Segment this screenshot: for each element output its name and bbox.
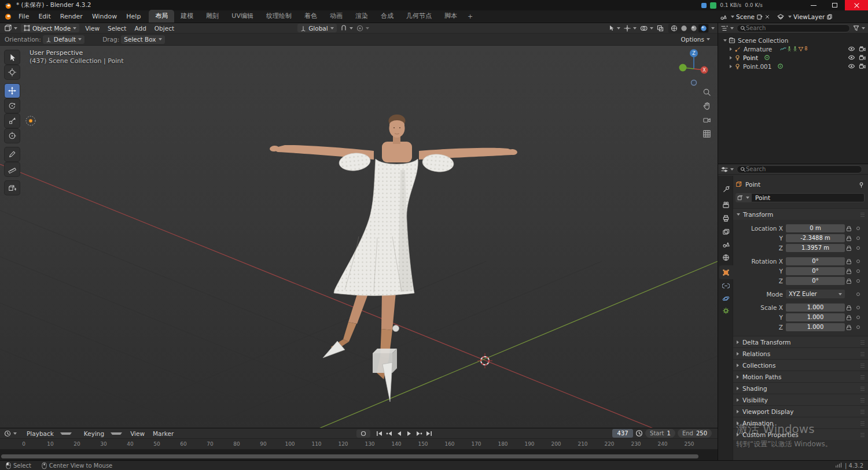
horizontal-scrollbar[interactable] [1, 454, 698, 458]
unlink-scene-icon[interactable] [764, 14, 770, 20]
menu-object[interactable]: Object [150, 25, 178, 32]
panel-grip-icon[interactable] [860, 362, 865, 368]
menu-marker[interactable]: Marker [149, 430, 178, 437]
panel-motion-paths[interactable]: Motion Paths [733, 371, 868, 382]
new-viewlayer-icon[interactable] [826, 14, 833, 20]
hide-eye-icon[interactable] [848, 63, 855, 69]
viewport-canvas[interactable]: User Perspective (437) Scene Collection … [0, 46, 718, 428]
tool-measure[interactable] [5, 162, 20, 176]
hide-eye-icon[interactable] [848, 46, 855, 52]
tool-move[interactable] [5, 84, 20, 98]
panel-grip-icon[interactable] [860, 409, 865, 414]
tool-cursor[interactable] [5, 65, 20, 79]
outliner-item-armature[interactable]: Armature 8 [718, 45, 868, 53]
animate-dot-icon[interactable] [856, 227, 860, 230]
outliner-item-scene-collection[interactable]: Scene Collection [718, 36, 868, 45]
scene-name[interactable]: Scene [736, 13, 755, 20]
shading-chevron-icon[interactable] [711, 27, 715, 29]
panel-visibility[interactable]: Visibility [733, 394, 868, 405]
tab-view-layer[interactable] [721, 227, 730, 236]
zoom-button[interactable] [701, 87, 712, 97]
current-frame-field[interactable]: 437 [612, 429, 633, 438]
timeline-editor-button[interactable] [2, 430, 19, 437]
panel-shading[interactable]: Shading [733, 382, 868, 394]
close-button[interactable] [845, 0, 868, 10]
menu-help[interactable]: Help [122, 13, 145, 20]
orientation-dropdown[interactable]: Default [43, 35, 84, 44]
tab-constraints[interactable] [721, 281, 730, 290]
tool-annotate[interactable] [5, 147, 20, 161]
next-keyframe-button[interactable] [414, 430, 424, 438]
prev-keyframe-button[interactable] [385, 430, 395, 438]
tab-texture-paint[interactable]: 纹理绘制 [260, 10, 298, 23]
expand-arrow-icon[interactable] [730, 65, 732, 68]
gizmo-y-axis[interactable] [679, 64, 687, 72]
gizmo-minus-z-axis[interactable] [692, 80, 697, 86]
breadcrumb-object-name[interactable]: Point [745, 181, 760, 188]
overlays-toggle[interactable] [638, 25, 655, 32]
tab-scene[interactable] [721, 239, 730, 249]
properties-editor-chevron-icon[interactable] [730, 168, 734, 171]
outliner-item-point[interactable]: Point [718, 53, 868, 62]
animate-dot-icon[interactable] [856, 246, 860, 250]
lock-icon[interactable] [847, 307, 851, 310]
light-object-point[interactable] [26, 116, 35, 125]
options-button[interactable]: Options [679, 36, 712, 43]
tray-app-icon[interactable] [701, 3, 707, 8]
tab-rendering[interactable]: 渲染 [349, 10, 374, 23]
hide-eye-icon[interactable] [848, 54, 855, 61]
shading-material-button[interactable] [689, 24, 698, 32]
outliner-editor-chevron-icon[interactable] [730, 27, 734, 29]
tool-scale[interactable] [5, 114, 20, 128]
drag-dropdown[interactable]: Select Box [121, 35, 164, 44]
collapse-arrow-icon[interactable] [723, 39, 727, 42]
panel-collections[interactable]: Collections [733, 359, 868, 371]
play-reverse-button[interactable] [395, 430, 404, 438]
filter-icon[interactable] [853, 25, 859, 31]
tab-output[interactable] [721, 213, 730, 223]
menu-window[interactable]: Window [87, 13, 122, 20]
menu-edit[interactable]: Edit [34, 13, 55, 20]
rotation-x-field[interactable]: 0° [786, 257, 845, 265]
tool-rotate[interactable] [5, 99, 20, 113]
xray-toggle[interactable] [655, 25, 665, 32]
tab-tool[interactable] [721, 184, 730, 194]
location-x-field[interactable]: 0 m [786, 224, 845, 232]
panel-animation[interactable]: Animation [733, 417, 868, 428]
tab-uv-editing[interactable]: UV编辑 [225, 10, 260, 23]
human-model[interactable] [269, 114, 517, 379]
tab-modeling[interactable]: 建模 [174, 10, 200, 23]
scene-3d[interactable] [0, 46, 718, 428]
panel-grip-icon[interactable] [860, 351, 865, 356]
animate-dot-icon[interactable] [856, 236, 860, 240]
tab-object-data[interactable] [721, 306, 730, 316]
panel-grip-icon[interactable] [860, 339, 865, 345]
animate-dot-icon[interactable] [856, 279, 860, 283]
tab-scripting[interactable]: 脚本 [438, 10, 464, 23]
camera-view-button[interactable] [701, 114, 712, 125]
animate-dot-icon[interactable] [856, 269, 860, 273]
snap-toggle[interactable] [339, 25, 355, 32]
panel-viewport-display[interactable]: Viewport Display [733, 405, 868, 417]
properties-search-input[interactable] [746, 166, 859, 172]
scale-z-field[interactable]: 1.000 [786, 323, 845, 331]
transform-orientation-selector[interactable]: Global [297, 24, 337, 32]
add-workspace-button[interactable]: + [464, 11, 477, 23]
jump-to-end-button[interactable] [424, 430, 434, 438]
navigation-gizmo[interactable]: Z X [671, 47, 716, 92]
tab-compositing[interactable]: 合成 [374, 10, 400, 23]
lock-icon[interactable] [847, 228, 851, 231]
location-y-field[interactable]: -2.3488 m [786, 234, 845, 242]
scale-x-field[interactable]: 1.000 [786, 304, 845, 312]
rotation-mode-dropdown[interactable]: XYZ Euler [786, 290, 845, 298]
auto-keyframe-toggle[interactable] [356, 430, 370, 438]
menu-render[interactable]: Render [56, 13, 87, 20]
new-scene-icon[interactable] [756, 14, 763, 20]
mode-selector[interactable]: Object Mode [21, 24, 79, 32]
animate-dot-icon[interactable] [856, 316, 860, 319]
lock-icon[interactable] [847, 327, 851, 330]
expand-arrow-icon[interactable] [730, 56, 732, 60]
shading-rendered-button[interactable] [698, 24, 708, 32]
lock-icon[interactable] [847, 280, 851, 284]
outliner-options-chevron-icon[interactable] [862, 27, 865, 29]
